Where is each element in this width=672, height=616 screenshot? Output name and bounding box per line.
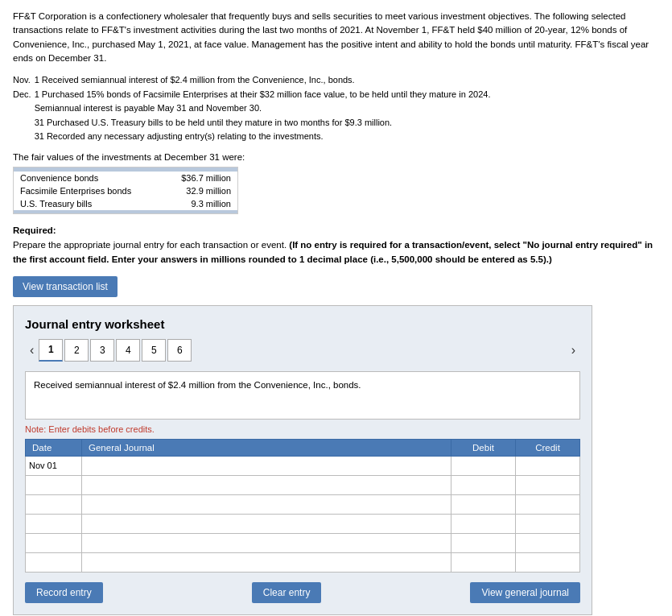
credit-input-6[interactable] xyxy=(516,553,579,572)
debit-input-3[interactable] xyxy=(451,495,515,514)
action-buttons: Record entry Clear entry View general jo… xyxy=(25,582,580,603)
prev-tab-arrow[interactable]: ‹ xyxy=(25,341,39,359)
table-row xyxy=(26,475,580,494)
table-row: Convenience bonds $36.7 million xyxy=(14,172,238,184)
worksheet-title: Journal entry worksheet xyxy=(25,317,580,331)
general-journal-input-5[interactable] xyxy=(82,534,451,552)
journal-table: Date General Journal Debit Credit Nov 01 xyxy=(25,439,580,573)
credit-input-3[interactable] xyxy=(516,495,579,514)
next-tab-arrow[interactable]: › xyxy=(567,341,580,359)
general-journal-cell-2[interactable] xyxy=(82,475,451,494)
general-journal-cell-4[interactable] xyxy=(82,514,451,533)
debit-cell-5[interactable] xyxy=(451,533,516,552)
credit-cell-3[interactable] xyxy=(516,494,580,514)
debit-cell-4[interactable] xyxy=(451,514,516,533)
tab-navigation: ‹ 1 2 3 4 5 6 › xyxy=(25,339,580,362)
date-cell-3 xyxy=(26,494,82,514)
record-entry-button[interactable]: Record entry xyxy=(25,582,103,603)
debit-input-5[interactable] xyxy=(451,534,515,552)
tab-3[interactable]: 3 xyxy=(90,339,114,362)
required-text1: Prepare the appropriate journal entry fo… xyxy=(13,240,287,250)
fv-label-2: Facsimile Enterprises bonds xyxy=(14,184,163,197)
general-journal-input-1[interactable] xyxy=(82,457,451,475)
fv-label-1: Convenience bonds xyxy=(14,172,163,184)
general-journal-cell-1[interactable] xyxy=(82,456,451,475)
date-cell-5 xyxy=(26,533,82,552)
header-date: Date xyxy=(26,439,82,456)
dec-label: Dec. xyxy=(13,88,35,102)
general-journal-input-3[interactable] xyxy=(82,495,451,514)
credit-input-2[interactable] xyxy=(516,476,579,494)
fair-values-section: The fair values of the investments at De… xyxy=(13,152,659,215)
required-label: Required: xyxy=(13,225,659,235)
debit-input-4[interactable] xyxy=(451,515,515,533)
general-journal-input-6[interactable] xyxy=(82,553,451,572)
table-row xyxy=(26,514,580,533)
fair-values-table: Convenience bonds $36.7 million Facsimil… xyxy=(13,167,238,215)
debit-input-1[interactable] xyxy=(451,457,515,475)
header-credit: Credit xyxy=(516,439,580,456)
credit-cell-2[interactable] xyxy=(516,475,580,494)
credit-input-5[interactable] xyxy=(516,534,579,552)
header-general-journal: General Journal xyxy=(82,439,451,456)
required-section: Required: Prepare the appropriate journa… xyxy=(13,225,659,267)
view-general-journal-button[interactable]: View general journal xyxy=(470,582,580,603)
view-transaction-button[interactable]: View transaction list xyxy=(13,276,117,297)
debit-cell-2[interactable] xyxy=(451,475,516,494)
worksheet-container: Journal entry worksheet ‹ 1 2 3 4 5 6 › … xyxy=(13,305,592,615)
dec31-2-transaction: 31 Recorded any necessary adjusting entr… xyxy=(35,130,491,144)
dec31-1-transaction: 31 Purchased U.S. Treasury bills to be h… xyxy=(35,116,491,130)
table-row: U.S. Treasury bills 9.3 million xyxy=(14,197,238,210)
dec1-indent: Semiannual interest is payable May 31 an… xyxy=(35,101,491,116)
nov1-transaction: 1 Received semiannual interest of $2.4 m… xyxy=(35,73,491,88)
table-row xyxy=(26,494,580,514)
nov-label: Nov. xyxy=(13,73,35,88)
tab-4[interactable]: 4 xyxy=(116,339,140,362)
debit-input-2[interactable] xyxy=(451,476,515,494)
fair-values-intro: The fair values of the investments at De… xyxy=(13,152,659,162)
tab-6[interactable]: 6 xyxy=(167,339,192,362)
general-journal-cell-6[interactable] xyxy=(82,552,451,572)
credit-cell-4[interactable] xyxy=(516,514,580,533)
credit-input-4[interactable] xyxy=(516,515,579,533)
dec1-transaction: 1 Purchased 15% bonds of Facsimile Enter… xyxy=(35,88,491,102)
fv-value-1: $36.7 million xyxy=(163,172,238,184)
tab-2[interactable]: 2 xyxy=(64,339,89,362)
date-cell-1: Nov 01 xyxy=(26,456,82,475)
table-row xyxy=(26,533,580,552)
description-box: Received semiannual interest of $2.4 mil… xyxy=(25,371,580,420)
date-cell-6 xyxy=(26,552,82,572)
credit-input-1[interactable] xyxy=(516,457,579,475)
general-journal-input-2[interactable] xyxy=(82,476,451,494)
credit-cell-5[interactable] xyxy=(516,533,580,552)
general-journal-cell-3[interactable] xyxy=(82,494,451,514)
debit-cell-1[interactable] xyxy=(451,456,516,475)
date-cell-2 xyxy=(26,475,82,494)
credit-cell-1[interactable] xyxy=(516,456,580,475)
intro-text: FF&T Corporation is a confectionery whol… xyxy=(13,10,659,65)
fv-value-3: 9.3 million xyxy=(163,197,238,210)
date-cell-4 xyxy=(26,514,82,533)
table-row xyxy=(26,552,580,572)
table-row: Nov 01 xyxy=(26,456,580,475)
header-debit: Debit xyxy=(451,439,516,456)
tab-1[interactable]: 1 xyxy=(39,339,63,362)
tab-5[interactable]: 5 xyxy=(142,339,166,362)
transactions-section: Nov. 1 Received semiannual interest of $… xyxy=(13,73,659,144)
fv-label-3: U.S. Treasury bills xyxy=(14,197,163,210)
note-text: Note: Enter debits before credits. xyxy=(25,424,580,434)
credit-cell-6[interactable] xyxy=(516,552,580,572)
debit-input-6[interactable] xyxy=(451,553,515,572)
debit-cell-3[interactable] xyxy=(451,494,516,514)
debit-cell-6[interactable] xyxy=(451,552,516,572)
clear-entry-button[interactable]: Clear entry xyxy=(252,582,322,603)
general-journal-input-4[interactable] xyxy=(82,515,451,533)
general-journal-cell-5[interactable] xyxy=(82,533,451,552)
required-text: Prepare the appropriate journal entry fo… xyxy=(13,238,659,267)
fv-value-2: 32.9 million xyxy=(163,184,238,197)
table-row: Facsimile Enterprises bonds 32.9 million xyxy=(14,184,238,197)
